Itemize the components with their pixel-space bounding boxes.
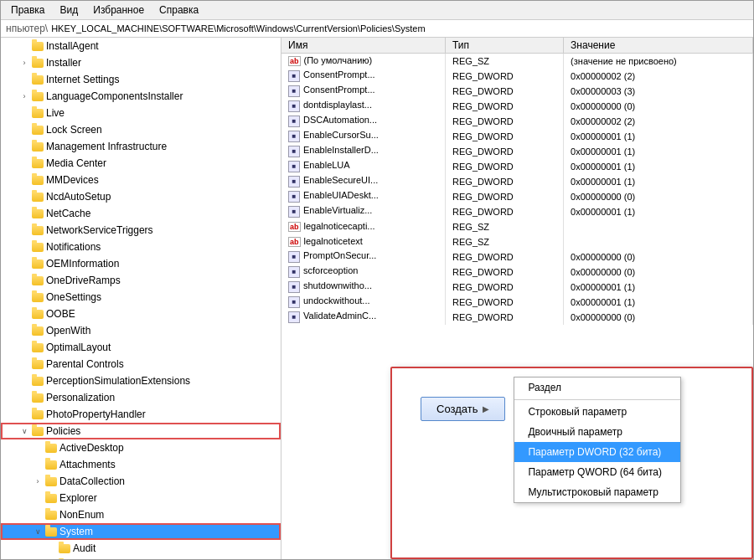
tree-pane: InstallAgent›InstallerInternet Settings›… (1, 38, 281, 559)
tree-item-Live[interactable]: Live (1, 105, 281, 121)
folder-icon-OpenWith (31, 324, 44, 337)
tree-item-OptimalLayout[interactable]: OptimalLayout (1, 339, 281, 356)
tree-item-ManagementInfrastructure[interactable]: Management Infrastructure (1, 138, 281, 155)
reg-name: ablegalnoticetext (281, 234, 446, 249)
tree-toggle-OOBE (18, 307, 31, 321)
tree-toggle-OneSettings (18, 290, 31, 304)
tree-item-PerceptionSimulationExtensions[interactable]: PerceptionSimulationExtensions (1, 372, 281, 389)
table-row[interactable]: ablegalnoticetextREG_SZ (281, 234, 753, 249)
tree-toggle-InstallAgent (18, 39, 31, 53)
tree-item-ActiveDesktop[interactable]: ActiveDesktop (1, 439, 281, 456)
table-row[interactable]: ■EnableUIADeskt...REG_DWORD0x00000000 (0… (281, 189, 753, 204)
tree-toggle-NetworkServiceTriggers (18, 223, 31, 237)
dword-icon: ■ (288, 100, 300, 112)
folder-icon-Explorer (44, 491, 58, 505)
tree-label-PerceptionSimulationExtensions: PerceptionSimulationExtensions (46, 373, 190, 388)
menu-help[interactable]: Справка (152, 3, 205, 18)
folder-icon-UIPI (58, 558, 71, 559)
tree-item-PhotoPropertyHandler[interactable]: PhotoPropertyHandler (1, 406, 281, 423)
reg-value: 0x00000003 (3) (564, 84, 753, 99)
folder-icon-LanguageComponentsInstaller (31, 90, 44, 103)
table-row[interactable]: ab(По умолчанию)REG_SZ(значение не присв… (281, 54, 753, 69)
tree-item-NonEnum[interactable]: NonEnum (1, 506, 281, 523)
tree-toggle-OptimalLayout (18, 341, 31, 354)
tree-item-Notifications[interactable]: Notifications (1, 239, 281, 255)
tree-item-OOBE[interactable]: OOBE (1, 306, 281, 322)
tree-item-NetCache[interactable]: NetCache (1, 205, 281, 222)
menu-view[interactable]: Вид (54, 3, 85, 18)
table-row[interactable]: ablegalnoticecapti...REG_SZ (281, 219, 753, 234)
table-row[interactable]: ■ConsentPrompt...REG_DWORD0x00000002 (2) (281, 69, 753, 84)
table-row[interactable]: ■EnableCursorSu...REG_DWORD0x00000001 (1… (281, 129, 753, 144)
reg-value: 0x00000001 (1) (564, 144, 753, 159)
reg-type: REG_DWORD (446, 295, 564, 310)
tree-item-Installer[interactable]: ›Installer (1, 54, 281, 71)
tree-toggle-NcdAutoSetup (18, 190, 31, 203)
ab-icon: ab (288, 237, 301, 247)
tree-item-DataCollection[interactable]: ›DataCollection (1, 473, 281, 490)
reg-value (564, 219, 753, 234)
tree-item-Explorer[interactable]: Explorer (1, 490, 281, 506)
reg-value: 0x00000001 (1) (564, 295, 753, 310)
tree-label-System: System (59, 524, 93, 539)
submenu-item-qword[interactable]: Параметр QWORD (64 бита) (514, 462, 680, 482)
tree-item-LanguageComponentsInstaller[interactable]: ›LanguageComponentsInstaller (1, 88, 281, 105)
submenu-item-string[interactable]: Строковый параметр (514, 402, 680, 422)
reg-name: ■PromptOnSecur... (281, 249, 446, 265)
table-row[interactable]: ■EnableSecureUI...REG_DWORD0x00000001 (1… (281, 174, 753, 189)
submenu-item-multistring[interactable]: Мультистроковый параметр (514, 482, 680, 502)
table-row[interactable]: ■DSCAutomation...REG_DWORD0x00000002 (2) (281, 114, 753, 129)
table-row[interactable]: ■ValidateAdminC...REG_DWORD0x00000000 (0… (281, 310, 753, 325)
submenu-item-section[interactable]: Раздел (514, 378, 680, 398)
tree-item-LockScreen[interactable]: Lock Screen (1, 121, 281, 138)
reg-type: REG_DWORD (446, 84, 564, 99)
tree-item-UIPI[interactable]: ›UIPI (1, 557, 281, 559)
tree-item-ParentalControls[interactable]: Parental Controls (1, 356, 281, 372)
menu-edit[interactable]: Правка (4, 3, 52, 18)
tree-item-NetworkServiceTriggers[interactable]: NetworkServiceTriggers (1, 222, 281, 239)
table-row[interactable]: ■scforceoptionREG_DWORD0x00000000 (0) (281, 265, 753, 280)
tree-item-OEMInformation[interactable]: OEMInformation (1, 255, 281, 272)
dword-icon: ■ (288, 311, 300, 323)
tree-item-InstallAgent[interactable]: InstallAgent (1, 38, 281, 54)
table-row[interactable]: ■dontdisplaylast...REG_DWORD0x00000000 (… (281, 99, 753, 114)
reg-name: ■ConsentPrompt... (281, 69, 446, 84)
tree-item-OpenWith[interactable]: OpenWith (1, 322, 281, 339)
menu-favorites[interactable]: Избранное (86, 3, 151, 18)
submenu-divider (514, 399, 680, 400)
create-button[interactable]: Создать ▶ (421, 397, 505, 421)
tree-toggle-OEMInformation (18, 257, 31, 270)
tree-label-Explorer: Explorer (59, 491, 97, 506)
tree-item-OneDriveRamps[interactable]: OneDriveRamps (1, 272, 281, 289)
tree-label-OEMInformation: OEMInformation (46, 256, 119, 271)
tree-item-Attachments[interactable]: Attachments (1, 456, 281, 473)
tree-label-MMDevices: MMDevices (46, 172, 99, 188)
tree-item-Personalization[interactable]: Personalization (1, 389, 281, 406)
folder-icon-MediaCenter (31, 157, 44, 170)
tree-item-NcdAutoSetup[interactable]: NcdAutoSetup (1, 188, 281, 205)
tree-item-System[interactable]: ∨System (1, 523, 281, 540)
table-row[interactable]: ■undockwithout...REG_DWORD0x00000001 (1) (281, 295, 753, 310)
folder-icon-OEMInformation (31, 257, 44, 270)
reg-type: REG_DWORD (446, 189, 564, 204)
tree-item-MediaCenter[interactable]: Media Center (1, 155, 281, 172)
tree-item-InternetSettings[interactable]: Internet Settings (1, 71, 281, 88)
tree-label-DataCollection: DataCollection (59, 474, 125, 489)
menubar: Правка Вид Избранное Справка (1, 1, 753, 20)
table-row[interactable]: ■EnableVirtualiz...REG_DWORD0x00000001 (… (281, 204, 753, 219)
table-row[interactable]: ■ConsentPrompt...REG_DWORD0x00000003 (3) (281, 84, 753, 99)
tree-toggle-Notifications (18, 240, 31, 254)
table-row[interactable]: ■EnableInstallerD...REG_DWORD0x00000001 … (281, 144, 753, 159)
dword-icon: ■ (288, 266, 300, 278)
dword-icon: ■ (288, 296, 300, 308)
tree-item-Audit[interactable]: Audit (1, 540, 281, 557)
table-row[interactable]: ■EnableLUAREG_DWORD0x00000001 (1) (281, 159, 753, 174)
tree-item-MMDevices[interactable]: MMDevices (1, 172, 281, 188)
tree-item-Policies[interactable]: ∨Policies (1, 423, 281, 439)
tree-item-OneSettings[interactable]: OneSettings (1, 289, 281, 306)
submenu-item-binary[interactable]: Двоичный параметр (514, 422, 680, 442)
submenu-item-dword[interactable]: Параметр DWORD (32 бита) (514, 442, 680, 462)
table-row[interactable]: ■PromptOnSecur...REG_DWORD0x00000000 (0) (281, 249, 753, 265)
table-row[interactable]: ■shutdownwitho...REG_DWORD0x00000001 (1) (281, 280, 753, 295)
col-type: Тип (446, 38, 564, 54)
